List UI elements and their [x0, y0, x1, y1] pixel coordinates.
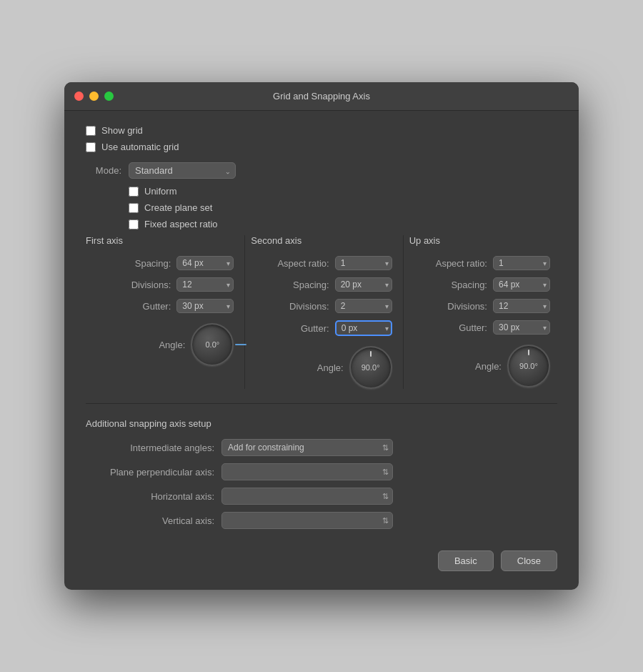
second-divisions-label: Divisions: — [289, 301, 329, 312]
mode-select-wrapper: Standard Custom — [129, 162, 236, 179]
up-aspect-row: Aspect ratio: 1 2 — [409, 256, 550, 270]
up-aspect-label: Aspect ratio: — [436, 258, 487, 269]
first-axis-col: First axis Spacing: 64 px 32 px 128 px D… — [86, 235, 241, 389]
titlebar: Grid and Snapping Axis — [64, 82, 579, 111]
second-gutter-label: Gutter: — [301, 323, 329, 334]
first-dial-handle — [235, 344, 246, 345]
first-spacing-select-wrapper: 64 px 32 px 128 px — [176, 256, 234, 270]
up-aspect-select-wrapper: 1 2 — [493, 256, 550, 270]
additional-section: Additional snapping axis setup Intermedi… — [86, 418, 557, 529]
second-aspect-row: Aspect ratio: 1 2 — [251, 256, 392, 270]
second-spacing-select-wrapper: 20 px 10 px — [335, 277, 392, 292]
uniform-row: Uniform — [129, 186, 557, 197]
first-spacing-select[interactable]: 64 px 32 px 128 px — [176, 256, 234, 270]
plane-perpendicular-label: Plane perpendicular axis: — [86, 467, 214, 478]
up-angle-value: 90.0° — [519, 362, 538, 370]
show-grid-checkbox[interactable] — [86, 126, 96, 136]
second-gutter-select[interactable]: 0 px 10 px 30 px — [335, 320, 392, 336]
up-aspect-select[interactable]: 1 2 — [493, 256, 550, 270]
show-grid-row: Show grid — [86, 125, 557, 136]
up-divisions-label: Divisions: — [447, 301, 487, 312]
second-aspect-select-wrapper: 1 2 — [335, 256, 392, 270]
fixed-aspect-ratio-row: Fixed aspect ratio — [129, 219, 557, 229]
up-gutter-row: Gutter: 30 px 0 px — [409, 320, 550, 335]
mode-row: Mode: Standard Custom — [86, 162, 557, 179]
up-spacing-label: Spacing: — [451, 280, 487, 290]
main-window: Grid and Snapping Axis Show grid Use aut… — [64, 82, 579, 590]
intermediate-angles-label: Intermediate angles: — [86, 443, 214, 453]
use-automatic-grid-label: Use automatic grid — [101, 142, 179, 152]
first-gutter-select-wrapper: 30 px 20 px 0 px — [176, 299, 234, 313]
use-automatic-grid-row: Use automatic grid — [86, 142, 557, 152]
first-axis-dial[interactable]: 0.0° — [191, 323, 234, 366]
basic-button[interactable]: Basic — [438, 550, 494, 571]
up-gutter-select[interactable]: 30 px 0 px — [493, 320, 550, 335]
second-axis-col: Second axis Aspect ratio: 1 2 Spacing: — [244, 235, 399, 389]
first-angle-value: 0.0° — [205, 340, 219, 349]
minimize-button[interactable] — [89, 92, 99, 101]
up-spacing-select[interactable]: 64 px 32 px — [493, 277, 550, 292]
up-axis-col: Up axis Aspect ratio: 1 2 Spacing: 64 — [402, 235, 557, 389]
second-gutter-select-wrapper: 0 px 10 px 30 px — [335, 320, 392, 336]
traffic-lights — [74, 92, 114, 101]
maximize-button[interactable] — [104, 92, 114, 101]
first-divisions-select-wrapper: 12 6 4 — [176, 277, 234, 292]
intermediate-angles-row: Intermediate angles: Add for constrainin… — [86, 439, 557, 456]
second-divisions-select-wrapper: 2 4 — [335, 299, 392, 313]
first-spacing-row: Spacing: 64 px 32 px 128 px — [86, 256, 234, 270]
first-divisions-select[interactable]: 12 6 4 — [176, 277, 234, 292]
first-divisions-row: Divisions: 12 6 4 — [86, 277, 234, 292]
divider — [86, 403, 557, 404]
create-plane-set-checkbox[interactable] — [129, 203, 139, 213]
second-spacing-row: Spacing: 20 px 10 px — [251, 277, 392, 292]
first-angle-container: Angle: 0.0° — [86, 323, 234, 366]
bottom-buttons: Basic Close — [86, 550, 557, 575]
second-axis-dial[interactable]: 90.0° — [349, 346, 392, 389]
second-axis-title: Second axis — [251, 235, 392, 246]
horizontal-axis-label: Horizontal axis: — [86, 491, 214, 502]
up-spacing-select-wrapper: 64 px 32 px — [493, 277, 550, 292]
close-button[interactable] — [74, 92, 84, 101]
axes-section: First axis Spacing: 64 px 32 px 128 px D… — [86, 235, 557, 389]
dialog-content: Show grid Use automatic grid Mode: Stand… — [64, 111, 579, 590]
fixed-aspect-ratio-label: Fixed aspect ratio — [144, 219, 218, 229]
uniform-label: Uniform — [144, 186, 177, 197]
show-grid-label: Show grid — [101, 125, 143, 136]
use-automatic-grid-checkbox[interactable] — [86, 142, 96, 152]
second-angle-container: Angle: 90.0° — [251, 346, 392, 389]
first-angle-label: Angle: — [159, 340, 185, 350]
intermediate-angles-select[interactable]: Add for constraining None — [221, 439, 393, 456]
horizontal-axis-select-wrapper — [221, 488, 393, 505]
fixed-aspect-ratio-checkbox[interactable] — [129, 219, 139, 229]
first-gutter-select[interactable]: 30 px 20 px 0 px — [176, 299, 234, 313]
plane-perpendicular-select[interactable] — [221, 463, 393, 480]
vertical-axis-select-wrapper — [221, 512, 393, 529]
vertical-axis-select[interactable] — [221, 512, 393, 529]
second-angle-label: Angle: — [317, 362, 344, 373]
second-aspect-label: Aspect ratio: — [277, 258, 329, 269]
intermediate-angles-select-wrapper: Add for constraining None — [221, 439, 393, 456]
up-dial-indicator — [528, 350, 529, 355]
up-axis-dial[interactable]: 90.0° — [507, 345, 550, 387]
horizontal-axis-select[interactable] — [221, 488, 393, 505]
up-divisions-select[interactable]: 12 6 — [493, 299, 550, 313]
second-divisions-select[interactable]: 2 4 — [335, 299, 392, 313]
first-axis-title: First axis — [86, 235, 234, 246]
second-angle-value: 90.0° — [362, 363, 380, 372]
up-divisions-select-wrapper: 12 6 — [493, 299, 550, 313]
plane-perpendicular-select-wrapper — [221, 463, 393, 480]
indented-options: Uniform Create plane set Fixed aspect ra… — [129, 186, 557, 229]
close-dialog-button[interactable]: Close — [501, 550, 557, 571]
vertical-axis-row: Vertical axis: — [86, 512, 557, 529]
create-plane-set-label: Create plane set — [144, 202, 212, 213]
up-axis-title: Up axis — [409, 235, 550, 246]
second-aspect-select[interactable]: 1 2 — [335, 256, 392, 270]
first-spacing-label: Spacing: — [135, 258, 171, 269]
second-divisions-row: Divisions: 2 4 — [251, 299, 392, 313]
up-angle-label: Angle: — [475, 361, 502, 372]
second-spacing-select[interactable]: 20 px 10 px — [335, 277, 392, 292]
mode-select[interactable]: Standard Custom — [129, 162, 236, 179]
uniform-checkbox[interactable] — [129, 187, 139, 197]
second-dial-indicator — [370, 351, 372, 357]
create-plane-set-row: Create plane set — [129, 202, 557, 213]
